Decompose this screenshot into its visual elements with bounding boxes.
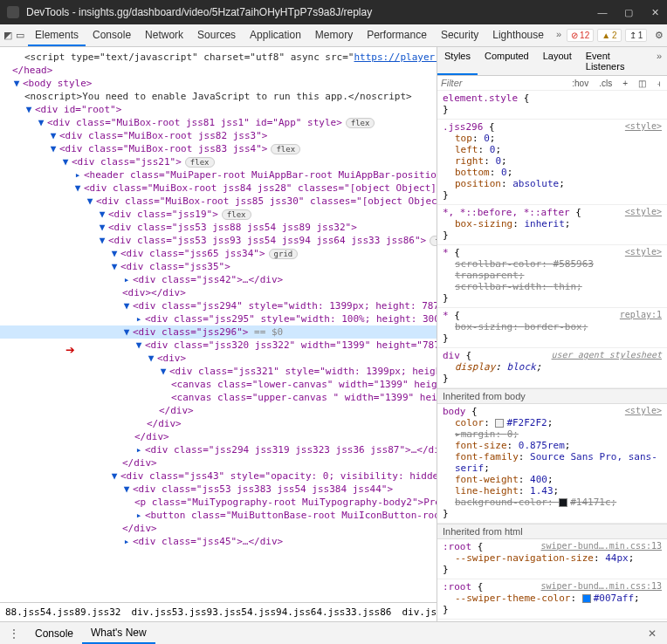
expand-icon[interactable]: ▼ [98,209,107,220]
source-link[interactable]: <style> [625,406,662,415]
source-link[interactable]: <style> [625,207,662,216]
expand-icon[interactable]: ▸ [73,169,82,181]
expand-icon[interactable]: ▸ [134,444,143,456]
dom-node[interactable]: <div class="MuiBox-root jss81 jss1" id="… [47,117,342,128]
dom-node[interactable]: <div class="MuiBox-root jss83 jss4"> [59,143,267,154]
dom-node[interactable]: <div class="jss295" style="width: 100%; … [145,313,437,325]
dom-node[interactable]: <div class="jss53 jss93 jss54 jss94 jss6… [108,235,426,246]
error-badge[interactable]: ⊘12 [567,29,594,42]
expand-icon[interactable]: ▼ [122,483,131,495]
drawer-tab-console[interactable]: Console [26,624,82,643]
styles-overflow-icon[interactable]: » [651,47,667,75]
expand-icon[interactable]: ▼ [98,222,107,233]
expand-icon[interactable]: ▼ [37,117,45,128]
tab-network[interactable]: Network [138,25,190,46]
dom-node-selected[interactable]: ▼<div class="jss296"> == $0 [0,325,437,339]
styles-tab-computed[interactable]: Computed [478,47,536,75]
color-swatch-icon[interactable] [582,594,591,603]
dom-node[interactable]: <div class="jss53 jss88 jss54 jss89 jss3… [108,222,357,233]
dom-node[interactable]: <script type="text/javascript" charset="… [24,51,354,63]
dom-node[interactable]: <noscript>You need to enable JavaScript … [24,91,412,102]
crumb[interactable]: 88.jss54.jss89.jss32 [0,604,126,620]
layout-badge-flex[interactable]: flex [185,157,215,168]
dom-node[interactable]: <div class="jss21"> [72,156,182,168]
warning-badge[interactable]: ▲2 [597,29,621,42]
hov-toggle[interactable]: :hov [569,79,591,88]
inspect-icon[interactable]: ◩ [3,27,12,45]
dom-node[interactable]: <div id="root"> [35,104,121,115]
tab-elements[interactable]: Elements [28,25,86,46]
tab-console[interactable]: Console [86,25,138,46]
styles-tab-listeners[interactable]: Event Listeners [579,47,651,75]
dom-node[interactable]: <div class="jss321" style="width: 1399px… [169,366,437,377]
source-link[interactable]: replay:1 [620,310,662,319]
expand-icon[interactable]: ▸ [134,510,143,521]
expand-icon[interactable]: ▼ [98,235,107,246]
expand-icon[interactable]: ▼ [86,195,94,207]
expand-icon[interactable]: ▼ [73,182,82,194]
tab-lighthouse[interactable]: Lighthouse [485,25,551,46]
dom-tree[interactable]: ➔ <script type="text/javascript" charset… [0,47,437,621]
dom-node[interactable]: <div class="jss43" style="opacity: 0; vi… [120,470,437,482]
style-rule[interactable]: <style> .jss296 { top: 0; left: 0; right… [437,120,667,205]
expand-icon[interactable]: ▸ [122,536,131,547]
dom-node[interactable]: <div></div> [122,287,186,298]
dom-node[interactable]: <p class="MuiTypography-root MuiTypograp… [134,497,437,508]
style-rule[interactable]: swiper-bund….min.css:13 :root { --swiper… [437,579,667,620]
drawer-tab-whatsnew[interactable]: What's New [82,623,155,644]
dom-node[interactable]: </head> [12,65,52,76]
expand-icon[interactable]: ▼ [122,326,131,338]
style-rule[interactable]: <style> * { scrollbar-color: #585963 tra… [437,245,667,308]
drawer-menu-icon[interactable]: ⋮ [5,625,23,642]
dom-node[interactable]: <div class="jss294" style="width: 1399px… [133,300,437,312]
expand-icon[interactable]: ▼ [122,300,131,312]
tab-memory[interactable]: Memory [308,25,360,46]
expand-icon[interactable]: ▼ [49,143,58,154]
device-icon[interactable]: ▭ [16,27,24,45]
styles-tab-styles[interactable]: Styles [437,47,478,75]
cls-toggle[interactable]: .cls [596,79,615,88]
dom-node[interactable]: <canvas class="upper-canvas " width="139… [171,392,437,403]
dom-node[interactable]: <div class="jss294 jss319 jss323 jss36 j… [145,444,437,456]
style-rule[interactable]: <style> *, *::before, *::after { box-siz… [437,205,667,245]
layout-badge-flex[interactable]: flex [222,209,251,220]
settings-icon[interactable]: ⚙ [650,27,667,45]
tab-performance[interactable]: Performance [360,25,434,46]
tabs-overflow-icon[interactable]: » [551,25,567,46]
dom-node[interactable]: </div> [147,418,182,429]
layout-badge-grid[interactable]: grid [269,249,299,259]
script-src-link[interactable]: https://player.twitch.tv/js/embed/v1.js [354,51,437,63]
style-rule[interactable]: element.style {} [437,91,667,120]
style-toolbar-icon[interactable]: ⫞ [654,79,664,88]
style-rule[interactable]: user agent stylesheet div { display: blo… [437,348,667,388]
minimize-button[interactable]: — [597,7,608,17]
style-rule[interactable]: swiper-bund….min.css:13 :root { --swiper… [437,539,667,579]
drawer-close-icon[interactable]: ✕ [643,627,662,640]
dom-node[interactable]: <div class="jss45">…</div> [133,536,283,547]
expand-icon[interactable]: ▼ [159,366,168,377]
expand-icon[interactable]: ▼ [110,248,119,259]
expand-icon[interactable]: ▼ [134,339,143,351]
dom-node[interactable]: <div class="MuiBox-root jss84 jss28" cla… [84,182,437,194]
expand-icon[interactable]: ▸ [455,428,461,440]
dom-node[interactable]: <canvas class="lower-canvas" width="1399… [171,379,437,390]
dom-node[interactable]: <div class="MuiBox-root jss85 jss30" cla… [96,195,437,207]
dom-node[interactable]: <div class="jss19"> [108,209,218,220]
dom-node[interactable]: </div> [122,457,157,469]
dom-node[interactable]: <div class="jss296"> [133,326,248,338]
dom-node[interactable]: </div> [134,431,169,442]
filter-input[interactable] [441,78,564,88]
source-link[interactable]: <style> [625,121,662,131]
layout-badge-flex[interactable]: flex [346,118,375,128]
expand-icon[interactable]: ▸ [134,313,143,325]
tab-application[interactable]: Application [243,25,308,46]
styles-tab-layout[interactable]: Layout [536,47,579,75]
source-link[interactable]: swiper-bund….min.css:13 [541,541,662,551]
expand-icon[interactable]: ▼ [110,470,119,482]
layout-badge-flex[interactable]: flex [430,236,437,246]
tab-security[interactable]: Security [434,25,485,46]
source-link[interactable]: swiper-bund….min.css:13 [541,581,662,591]
dom-node[interactable]: <button class="MuiButtonBase-root MuiIco… [145,510,437,521]
expand-icon[interactable]: ▸ [122,274,131,285]
dom-node[interactable]: <div class="jss65 jss34"> [120,248,265,259]
